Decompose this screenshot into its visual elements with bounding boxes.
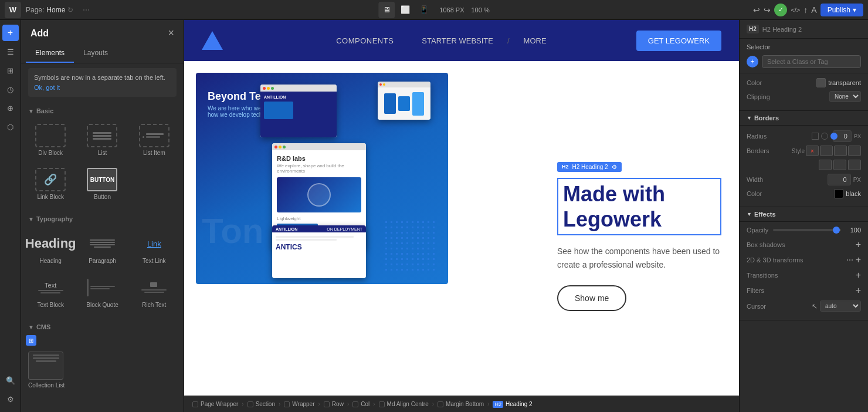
element-collection-list[interactable]: Collection List <box>26 349 179 391</box>
typography-elements-grid: Heading Heading Paragraph <box>21 225 184 315</box>
page-name[interactable]: Home <box>46 6 65 14</box>
cursor-row: Cursor ↖ auto <box>747 300 861 312</box>
clipping-select[interactable]: None <box>829 91 861 102</box>
border-sides[interactable] <box>848 160 861 170</box>
sub-text: See how the components have been used to… <box>557 245 721 271</box>
font-btn[interactable]: A <box>811 5 816 15</box>
refresh-icon[interactable]: ↻ <box>67 6 73 14</box>
add-transition-btn[interactable]: + <box>856 271 861 280</box>
nav-cta-btn[interactable]: GET LEGOWERK <box>636 31 721 51</box>
add-class-btn[interactable]: + <box>747 56 758 67</box>
border-style-none[interactable]: × <box>806 146 819 156</box>
opacity-slider[interactable] <box>773 229 841 231</box>
borders-chevron[interactable]: ▼ <box>747 115 752 121</box>
iconbar-nav[interactable]: ☰ <box>2 43 19 60</box>
heading-badge: H2 H2 Heading 2 ⚙ <box>557 162 622 172</box>
device-mobile-btn[interactable]: 📱 <box>416 2 432 18</box>
redo-btn[interactable]: ↪ <box>764 5 771 15</box>
cms-arrow-icon: ▼ <box>28 324 34 330</box>
check-icon <box>438 401 443 407</box>
element-list-item[interactable]: List Item <box>130 119 179 161</box>
right-panel-heading: H2 H2 Heading 2 <box>740 20 868 39</box>
typography-section-header[interactable]: ▼ Typography <box>21 212 184 225</box>
iconbar-add[interactable]: + <box>2 25 19 41</box>
undo-btn[interactable]: ↩ <box>753 5 760 15</box>
settings-gear-icon[interactable]: ⚙ <box>612 164 617 170</box>
breadcrumb-margin-bottom[interactable]: Margin Bottom <box>434 401 487 407</box>
element-rich-text[interactable]: Rich Text <box>130 271 179 313</box>
effects-chevron[interactable]: ▼ <box>747 211 752 217</box>
selector-input[interactable] <box>762 55 861 68</box>
basic-section: ▼ Basic Div Block <box>21 102 184 210</box>
heading-badge-label: H2 Heading 2 <box>572 164 608 170</box>
block-quote-icon <box>87 276 117 299</box>
code-btn[interactable]: </> <box>791 6 800 13</box>
breadcrumb-section[interactable]: Section <box>244 401 279 407</box>
opacity-row: Opacity 100 <box>747 227 861 234</box>
border-all-corners[interactable] <box>819 160 832 170</box>
nav-item-components[interactable]: COMPONENTS <box>322 36 408 45</box>
checkmark-btn[interactable]: ✓ <box>774 4 787 16</box>
border-width-input[interactable] <box>828 174 851 185</box>
border-color-swatch[interactable] <box>834 189 843 198</box>
canvas-right-area: H2 H2 Heading 2 ⚙ Made with Legowerk See… <box>540 61 739 412</box>
device-desktop-btn[interactable]: 🖥 <box>378 2 395 18</box>
cms-section-header[interactable]: ▼ CMS <box>21 320 184 333</box>
element-text-link[interactable]: Link Text Link <box>130 227 179 269</box>
breadcrumb-md-align[interactable]: Md Align Centre <box>375 401 432 407</box>
iconbar-symbols[interactable]: ⬡ <box>2 119 19 135</box>
borders-borders-label: Borders <box>747 147 769 154</box>
main-heading-selected[interactable]: Made with Legowerk <box>557 178 721 235</box>
element-button[interactable]: BUTTON Button <box>77 163 127 205</box>
border-style-dashed[interactable] <box>834 146 847 156</box>
element-div-block[interactable]: Div Block <box>26 119 75 161</box>
border-top-only[interactable] <box>833 160 846 170</box>
transforms-more-btn[interactable]: ⋯ <box>846 256 853 264</box>
nav-item-more[interactable]: MORE <box>510 36 561 45</box>
add-filter-btn[interactable]: + <box>856 286 861 295</box>
border-style-solid[interactable] <box>820 146 833 156</box>
element-list[interactable]: List <box>77 119 127 161</box>
cursor-select[interactable]: auto <box>820 300 861 312</box>
three-dots-menu[interactable]: ⋯ <box>83 6 90 14</box>
tab-elements[interactable]: Elements <box>26 44 74 63</box>
element-paragraph[interactable]: Paragraph <box>77 227 127 269</box>
publish-btn[interactable]: Publish ▾ <box>820 4 863 16</box>
cursor-arrow-icon: ↖ <box>812 302 818 310</box>
basic-section-header[interactable]: ▼ Basic <box>21 104 184 117</box>
share-btn[interactable]: ↑ <box>803 5 808 15</box>
element-heading[interactable]: Heading Heading <box>26 227 75 269</box>
device-tablet-btn[interactable]: ⬜ <box>397 2 413 18</box>
selector-row: + <box>747 55 861 68</box>
breadcrumb-page-wrapper[interactable]: Page Wrapper <box>189 401 242 407</box>
breadcrumb-col[interactable]: Col <box>349 401 373 407</box>
border-style-dotted[interactable] <box>848 146 861 156</box>
tab-layouts[interactable]: Layouts <box>74 44 117 63</box>
iconbar-settings[interactable]: ⚙ <box>2 391 19 407</box>
info-link[interactable]: Ok, got it <box>34 84 60 91</box>
nav-item-starter[interactable]: STARTER WEBSITE <box>408 36 507 45</box>
heading-type: H2 Heading 2 <box>762 26 802 33</box>
breadcrumb-heading-2[interactable]: H2 Heading 2 <box>489 401 535 408</box>
radius-round-icon <box>821 133 828 140</box>
add-box-shadow-btn[interactable]: + <box>856 240 861 249</box>
close-panel-btn[interactable]: × <box>168 27 174 39</box>
breadcrumb-wrapper[interactable]: Wrapper <box>280 401 318 407</box>
publish-chevron: ▾ <box>853 6 856 14</box>
element-text-block[interactable]: Text Text Block <box>26 271 75 313</box>
iconbar-search[interactable]: 🔍 <box>2 372 19 389</box>
opacity-thumb[interactable] <box>833 227 840 234</box>
iconbar-pages[interactable]: ⊞ <box>2 62 19 79</box>
logo: W <box>5 2 21 18</box>
show-me-btn[interactable]: Show me <box>557 285 626 311</box>
iconbar-assets[interactable]: ⊕ <box>2 100 19 116</box>
radius-slider-thumb[interactable] <box>830 133 838 140</box>
collection-list-label: Collection List <box>28 382 65 389</box>
color-swatch[interactable] <box>816 78 826 87</box>
element-block-quote[interactable]: Block Quote <box>77 271 127 313</box>
add-transform-btn[interactable]: + <box>856 255 861 265</box>
element-link-block[interactable]: 🔗 Link Block <box>26 163 75 205</box>
breadcrumb-row[interactable]: Row <box>320 401 347 407</box>
canvas-content: Beyond Technology We are here who we are… <box>184 61 739 412</box>
iconbar-cms[interactable]: ◷ <box>2 81 19 97</box>
